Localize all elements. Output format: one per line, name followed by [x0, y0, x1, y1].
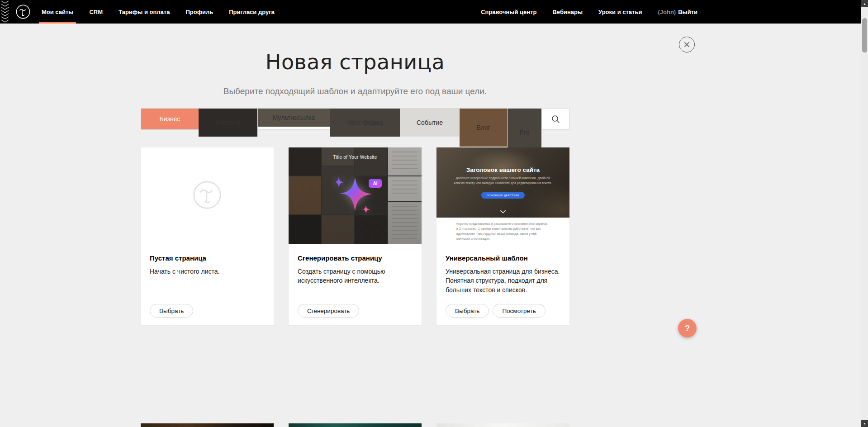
top-nav-bar: Мои сайты CRM Тарифы и оплата Профиль Пр…: [0, 0, 868, 24]
secondary-nav: Справочный центр Вебинары Уроки и статьи…: [467, 0, 699, 24]
ai-badge: AI: [369, 179, 382, 188]
help-button[interactable]: ?: [678, 319, 697, 337]
search-icon: [551, 115, 560, 123]
template-hero-preview: Заголовок вашего сайта Добавьте интересн…: [436, 147, 569, 218]
ai-sparkle-icon: [321, 160, 389, 228]
nav-label: Уроки и статьи: [598, 9, 642, 15]
tab-event[interactable]: Событие: [400, 109, 460, 137]
nav-label: Справочный центр: [481, 9, 536, 15]
tilda-watermark-icon: [192, 180, 223, 212]
preview-body-text: Коротко представьтесь и расскажите о ком…: [456, 222, 550, 241]
template-card-partial[interactable]: [436, 423, 569, 427]
main-nav: Мои сайты CRM Тарифы и оплата Профиль Пр…: [40, 0, 289, 24]
nav-label: CRM: [89, 9, 103, 15]
view-button[interactable]: Посмотреть: [493, 304, 545, 318]
template-grid-row-2: [141, 423, 569, 427]
card-title: Сгенерировать страницу: [298, 254, 413, 262]
card-body: Сгенерировать страницу Создать страницу …: [289, 244, 422, 285]
card-actions: Сгенерировать: [298, 304, 359, 318]
corner-zigzag-pattern: [0, 0, 10, 24]
tab-business[interactable]: Бизнес: [141, 109, 199, 129]
card-description: Начать с чистого листа.: [150, 267, 267, 276]
scrollbar-thumb[interactable]: [862, 18, 867, 52]
scrollbar-down-arrow[interactable]: ▼: [861, 420, 868, 427]
card-actions: Выбрать: [150, 304, 193, 318]
template-card-partial[interactable]: [289, 423, 422, 427]
template-card-blank[interactable]: Пустая страница Начать с чистого листа. …: [141, 147, 274, 325]
tab-quiz-form[interactable]: Квиз-форма: [330, 109, 400, 137]
card-title: Пустая страница: [150, 254, 265, 262]
nav-logout[interactable]: (John) Выйти: [656, 9, 699, 15]
logout-label: Выйти: [678, 9, 697, 15]
nav-crm[interactable]: CRM: [87, 0, 104, 24]
nav-label: Мои сайты: [42, 9, 73, 15]
choose-button[interactable]: Выбрать: [150, 304, 193, 318]
tab-multilink[interactable]: Мультиссылка: [258, 109, 330, 127]
vertical-scrollbar[interactable]: ▲ ▼: [861, 0, 868, 427]
preview-heading: Заголовок вашего сайта: [436, 166, 569, 173]
tab-search[interactable]: [542, 109, 569, 129]
generate-button[interactable]: Сгенерировать: [298, 304, 359, 318]
new-page-dialog: Новая страница Выберите подходящий шабло…: [0, 50, 710, 325]
tab-blog[interactable]: Блог: [460, 109, 508, 147]
nav-lessons[interactable]: Уроки и статьи: [597, 9, 644, 15]
template-text-preview: Коротко представьтесь и расскажите о ком…: [436, 218, 569, 244]
preview-site-title: Title of Your Website: [289, 155, 422, 160]
scrollbar-up-arrow[interactable]: ▲: [861, 0, 868, 7]
template-card-universal[interactable]: Заголовок вашего сайта Добавьте интересн…: [436, 147, 569, 325]
nav-label: Тарифы и оплата: [119, 9, 170, 15]
nav-help-center[interactable]: Справочный центр: [479, 9, 538, 15]
card-body: Пустая страница Начать с чистого листа.: [141, 244, 274, 276]
chevron-down-icon: [500, 210, 506, 214]
template-card-partial[interactable]: [141, 423, 274, 427]
preview-cta-button: Основное действие: [481, 192, 525, 199]
nav-label: Профиль: [185, 9, 213, 15]
template-category-tabs: Бизнес Магазин Мультиссылка Квиз-форма С…: [141, 108, 569, 130]
ai-card-preview: Title of Your Website AI: [289, 147, 422, 244]
card-actions: Выбрать Посмотреть: [446, 304, 545, 318]
blank-card-preview: [141, 147, 274, 244]
question-mark-icon: ?: [685, 323, 690, 333]
nav-label: Пригласи друга: [229, 9, 275, 15]
universal-card-preview: Заголовок вашего сайта Добавьте интересн…: [436, 147, 569, 244]
tilda-logo[interactable]: [15, 4, 31, 19]
choose-button[interactable]: Выбрать: [446, 304, 489, 318]
template-grid: Пустая страница Начать с чистого листа. …: [141, 147, 569, 325]
nav-tariffs[interactable]: Тарифы и оплата: [117, 0, 171, 24]
page-subtitle: Выберите подходящий шаблон и адаптируйте…: [0, 86, 710, 96]
page-title: Новая страница: [0, 50, 710, 74]
nav-my-sites[interactable]: Мои сайты: [40, 0, 75, 24]
template-card-ai-generate[interactable]: Title of Your Website AI: [289, 147, 422, 325]
nav-label: Вебинары: [552, 9, 583, 15]
card-title: Универсальный шаблон: [446, 254, 560, 262]
close-dialog-button[interactable]: [679, 37, 695, 52]
preview-paragraph: Добавьте интересные подробности о вашей …: [453, 176, 553, 185]
user-name: (John): [658, 9, 676, 15]
nav-invite-friend[interactable]: Пригласи друга: [227, 0, 276, 24]
close-icon: [684, 42, 690, 47]
card-body: Универсальный шаблон Универсальная стран…: [436, 244, 569, 294]
tab-shop[interactable]: Магазин: [199, 109, 258, 137]
nav-profile[interactable]: Профиль: [184, 0, 215, 24]
card-description: Создать страницу с помощью искусственног…: [298, 267, 415, 285]
card-description: Универсальная страница для бизнеса. Поня…: [446, 267, 563, 294]
nav-webinars[interactable]: Вебинары: [550, 9, 584, 15]
